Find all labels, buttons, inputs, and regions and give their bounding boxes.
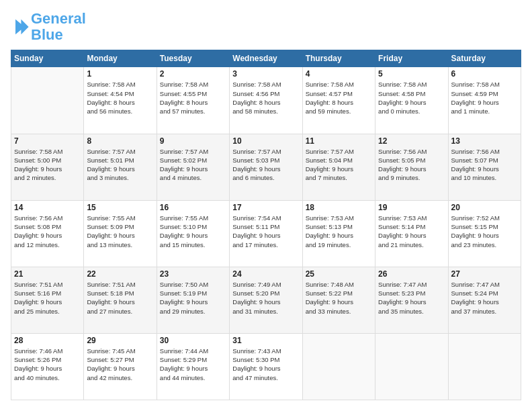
- calendar-cell: 28Sunrise: 7:46 AM Sunset: 5:26 PM Dayli…: [11, 333, 84, 400]
- calendar-cell: 11Sunrise: 7:57 AM Sunset: 5:04 PM Dayli…: [302, 134, 375, 200]
- calendar-cell: 7Sunrise: 7:58 AM Sunset: 5:00 PM Daylig…: [11, 134, 84, 200]
- col-tuesday: Tuesday: [157, 50, 229, 67]
- calendar-cell: 16Sunrise: 7:55 AM Sunset: 5:10 PM Dayli…: [157, 200, 229, 267]
- day-number: 15: [87, 203, 153, 212]
- calendar-cell: 26Sunrise: 7:47 AM Sunset: 5:23 PM Dayli…: [375, 267, 448, 333]
- calendar-row-3: 14Sunrise: 7:56 AM Sunset: 5:08 PM Dayli…: [11, 200, 521, 267]
- day-number: 3: [232, 69, 299, 79]
- col-saturday: Saturday: [448, 50, 521, 67]
- calendar-cell: 30Sunrise: 7:44 AM Sunset: 5:29 PM Dayli…: [157, 333, 229, 400]
- day-number: 22: [87, 269, 153, 279]
- logo-blue: Blue: [31, 27, 86, 43]
- calendar-cell: 12Sunrise: 7:56 AM Sunset: 5:05 PM Dayli…: [375, 134, 448, 200]
- day-info: Sunrise: 7:48 AM Sunset: 5:22 PM Dayligh…: [306, 280, 372, 316]
- calendar-cell: [302, 333, 375, 400]
- col-friday: Friday: [375, 50, 448, 67]
- header-row: Sunday Monday Tuesday Wednesday Thursday…: [11, 50, 521, 67]
- day-number: 23: [160, 269, 226, 279]
- day-number: 29: [87, 336, 153, 345]
- day-number: 5: [378, 69, 445, 79]
- day-info: Sunrise: 7:56 AM Sunset: 5:05 PM Dayligh…: [378, 147, 445, 183]
- calendar-cell: [11, 67, 84, 134]
- day-info: Sunrise: 7:58 AM Sunset: 4:59 PM Dayligh…: [451, 80, 518, 116]
- calendar-cell: 2Sunrise: 7:58 AM Sunset: 4:55 PM Daylig…: [157, 67, 229, 134]
- calendar-cell: 18Sunrise: 7:53 AM Sunset: 5:13 PM Dayli…: [302, 200, 375, 267]
- day-number: 19: [378, 203, 445, 212]
- calendar-cell: [448, 333, 521, 400]
- col-sunday: Sunday: [11, 50, 84, 67]
- calendar-cell: 20Sunrise: 7:52 AM Sunset: 5:15 PM Dayli…: [448, 200, 521, 267]
- day-number: 13: [451, 136, 518, 146]
- day-info: Sunrise: 7:46 AM Sunset: 5:26 PM Dayligh…: [14, 347, 81, 382]
- day-number: 9: [160, 136, 226, 146]
- calendar-cell: [375, 333, 448, 400]
- day-number: 31: [232, 336, 299, 345]
- day-number: 4: [306, 69, 372, 79]
- calendar-cell: 31Sunrise: 7:43 AM Sunset: 5:30 PM Dayli…: [230, 333, 302, 400]
- day-info: Sunrise: 7:57 AM Sunset: 5:03 PM Dayligh…: [232, 147, 299, 183]
- calendar-cell: 25Sunrise: 7:48 AM Sunset: 5:22 PM Dayli…: [302, 267, 375, 333]
- day-info: Sunrise: 7:58 AM Sunset: 4:56 PM Dayligh…: [232, 80, 299, 116]
- day-info: Sunrise: 7:47 AM Sunset: 5:24 PM Dayligh…: [451, 280, 518, 316]
- day-info: Sunrise: 7:57 AM Sunset: 5:04 PM Dayligh…: [306, 147, 372, 183]
- calendar-row-1: 1Sunrise: 7:58 AM Sunset: 4:54 PM Daylig…: [11, 67, 521, 134]
- day-info: Sunrise: 7:58 AM Sunset: 4:55 PM Dayligh…: [160, 80, 226, 116]
- calendar-cell: 19Sunrise: 7:53 AM Sunset: 5:14 PM Dayli…: [375, 200, 448, 267]
- calendar-cell: 8Sunrise: 7:57 AM Sunset: 5:01 PM Daylig…: [84, 134, 157, 200]
- calendar-row-4: 21Sunrise: 7:51 AM Sunset: 5:16 PM Dayli…: [11, 267, 521, 333]
- day-info: Sunrise: 7:58 AM Sunset: 4:58 PM Dayligh…: [378, 80, 445, 116]
- calendar-cell: 24Sunrise: 7:49 AM Sunset: 5:20 PM Dayli…: [230, 267, 302, 333]
- svg-marker-0: [15, 19, 29, 34]
- day-number: 2: [160, 69, 226, 79]
- day-info: Sunrise: 7:58 AM Sunset: 5:00 PM Dayligh…: [14, 147, 81, 183]
- calendar-cell: 6Sunrise: 7:58 AM Sunset: 4:59 PM Daylig…: [448, 67, 521, 134]
- col-wednesday: Wednesday: [230, 50, 302, 67]
- day-number: 25: [306, 269, 372, 279]
- calendar-cell: 27Sunrise: 7:47 AM Sunset: 5:24 PM Dayli…: [448, 267, 521, 333]
- day-info: Sunrise: 7:55 AM Sunset: 5:09 PM Dayligh…: [87, 214, 153, 249]
- day-info: Sunrise: 7:49 AM Sunset: 5:20 PM Dayligh…: [232, 280, 299, 316]
- day-info: Sunrise: 7:53 AM Sunset: 5:13 PM Dayligh…: [306, 214, 372, 249]
- day-info: Sunrise: 7:45 AM Sunset: 5:27 PM Dayligh…: [87, 347, 153, 382]
- calendar-cell: 9Sunrise: 7:57 AM Sunset: 5:02 PM Daylig…: [157, 134, 229, 200]
- day-number: 11: [306, 136, 372, 146]
- day-info: Sunrise: 7:51 AM Sunset: 5:16 PM Dayligh…: [14, 280, 81, 316]
- day-info: Sunrise: 7:51 AM Sunset: 5:18 PM Dayligh…: [87, 280, 153, 316]
- day-number: 10: [232, 136, 299, 146]
- calendar-cell: 29Sunrise: 7:45 AM Sunset: 5:27 PM Dayli…: [84, 333, 157, 400]
- calendar-cell: 5Sunrise: 7:58 AM Sunset: 4:58 PM Daylig…: [375, 67, 448, 134]
- calendar-table: Sunday Monday Tuesday Wednesday Thursday…: [11, 50, 521, 400]
- day-info: Sunrise: 7:44 AM Sunset: 5:29 PM Dayligh…: [160, 347, 226, 382]
- day-info: Sunrise: 7:56 AM Sunset: 5:08 PM Dayligh…: [14, 214, 81, 249]
- day-number: 1: [87, 69, 153, 79]
- calendar-cell: 4Sunrise: 7:58 AM Sunset: 4:57 PM Daylig…: [302, 67, 375, 134]
- day-info: Sunrise: 7:52 AM Sunset: 5:15 PM Dayligh…: [451, 214, 518, 249]
- calendar-cell: 3Sunrise: 7:58 AM Sunset: 4:56 PM Daylig…: [230, 67, 302, 134]
- calendar-cell: 10Sunrise: 7:57 AM Sunset: 5:03 PM Dayli…: [230, 134, 302, 200]
- day-info: Sunrise: 7:43 AM Sunset: 5:30 PM Dayligh…: [232, 347, 299, 382]
- day-number: 30: [160, 336, 226, 345]
- logo-icon: [11, 17, 30, 36]
- day-info: Sunrise: 7:56 AM Sunset: 5:07 PM Dayligh…: [451, 147, 518, 183]
- day-number: 16: [160, 203, 226, 212]
- calendar-cell: 14Sunrise: 7:56 AM Sunset: 5:08 PM Dayli…: [11, 200, 84, 267]
- day-number: 12: [378, 136, 445, 146]
- day-number: 24: [232, 269, 299, 279]
- header: General Blue: [11, 11, 521, 43]
- col-monday: Monday: [84, 50, 157, 67]
- day-number: 18: [306, 203, 372, 212]
- day-number: 21: [14, 269, 81, 279]
- day-info: Sunrise: 7:53 AM Sunset: 5:14 PM Dayligh…: [378, 214, 445, 249]
- logo-text: General Blue: [31, 11, 86, 43]
- day-info: Sunrise: 7:54 AM Sunset: 5:11 PM Dayligh…: [232, 214, 299, 249]
- calendar-cell: 21Sunrise: 7:51 AM Sunset: 5:16 PM Dayli…: [11, 267, 84, 333]
- day-number: 6: [451, 69, 518, 79]
- calendar-cell: 1Sunrise: 7:58 AM Sunset: 4:54 PM Daylig…: [84, 67, 157, 134]
- calendar-cell: 23Sunrise: 7:50 AM Sunset: 5:19 PM Dayli…: [157, 267, 229, 333]
- day-info: Sunrise: 7:58 AM Sunset: 4:54 PM Dayligh…: [87, 80, 153, 116]
- day-info: Sunrise: 7:57 AM Sunset: 5:01 PM Dayligh…: [87, 147, 153, 183]
- calendar-row-5: 28Sunrise: 7:46 AM Sunset: 5:26 PM Dayli…: [11, 333, 521, 400]
- page: General Blue Sunday Monday Tuesday Wedne…: [0, 0, 532, 411]
- day-number: 26: [378, 269, 445, 279]
- day-info: Sunrise: 7:50 AM Sunset: 5:19 PM Dayligh…: [160, 280, 226, 316]
